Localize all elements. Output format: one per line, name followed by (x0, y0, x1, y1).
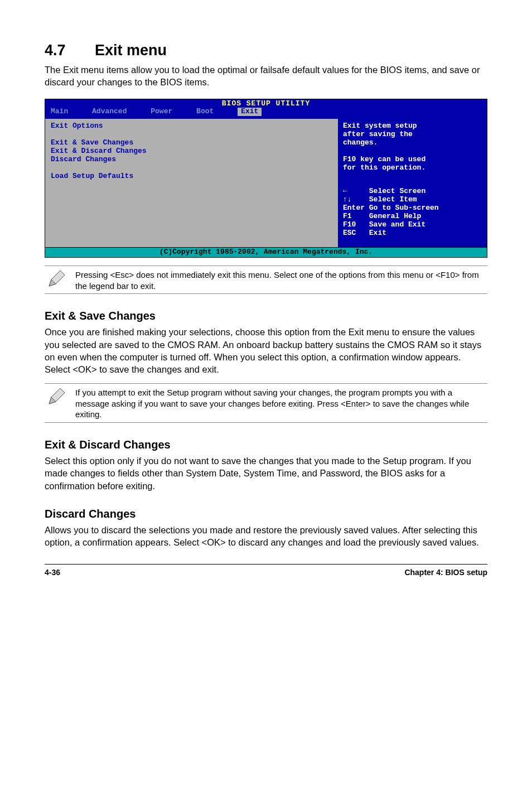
heading-discard: Discard Changes (45, 508, 487, 520)
page-number: 4-36 (45, 568, 60, 577)
bios-copyright: (C)Copyright 1985-2002, American Megatre… (45, 247, 487, 257)
bios-tab-boot[interactable]: Boot (196, 108, 214, 116)
bios-tab-exit[interactable]: Exit (238, 108, 262, 116)
pencil-icon (45, 384, 75, 408)
bios-menu-items[interactable]: Exit & Save Changes Exit & Discard Chang… (51, 138, 147, 180)
section-number: 4.7 (45, 42, 95, 59)
bios-key-legend: ← Select Screen ↑↓ Select Item Enter Go … (343, 187, 439, 238)
pencil-icon (45, 266, 75, 291)
bios-tab-bar: Main Advanced Power Boot Exit (45, 108, 487, 119)
bios-title: BIOS SETUP UTILITY (45, 99, 487, 108)
note-unsaved-text: If you attempt to exit the Setup program… (75, 384, 487, 420)
body-exit-save: Once you are finished making your select… (45, 326, 487, 375)
heading-exit-save: Exit & Save Changes (45, 310, 487, 322)
note-unsaved: If you attempt to exit the Setup program… (45, 383, 487, 423)
chapter-label: Chapter 4: BIOS setup (404, 568, 487, 577)
bios-left-heading: Exit Options (51, 122, 103, 130)
bios-left-pane: Exit Options Exit & Save Changes Exit & … (45, 119, 338, 247)
note-esc: Pressing <Esc> does not immediately exit… (45, 266, 487, 294)
body-exit-discard: Select this option only if you do not wa… (45, 455, 487, 492)
bios-screenshot: BIOS SETUP UTILITY Main Advanced Power B… (45, 99, 487, 258)
heading-exit-discard: Exit & Discard Changes (45, 438, 487, 451)
bios-tab-advanced[interactable]: Advanced (92, 108, 127, 116)
section-title-text: Exit menu (95, 42, 167, 59)
body-discard: Allows you to discard the selections you… (45, 524, 487, 549)
note-esc-text: Pressing <Esc> does not immediately exit… (75, 266, 487, 291)
bios-right-pane: Exit system setup after saving the chang… (338, 119, 487, 247)
intro-paragraph: The Exit menu items allow you to load th… (45, 64, 487, 89)
page-footer: 4-36 Chapter 4: BIOS setup (45, 564, 487, 577)
section-heading: 4.7Exit menu (45, 42, 487, 59)
bios-tab-main[interactable]: Main (51, 108, 68, 116)
bios-help-text: Exit system setup after saving the chang… (343, 122, 482, 172)
bios-tab-power[interactable]: Power (151, 108, 172, 116)
